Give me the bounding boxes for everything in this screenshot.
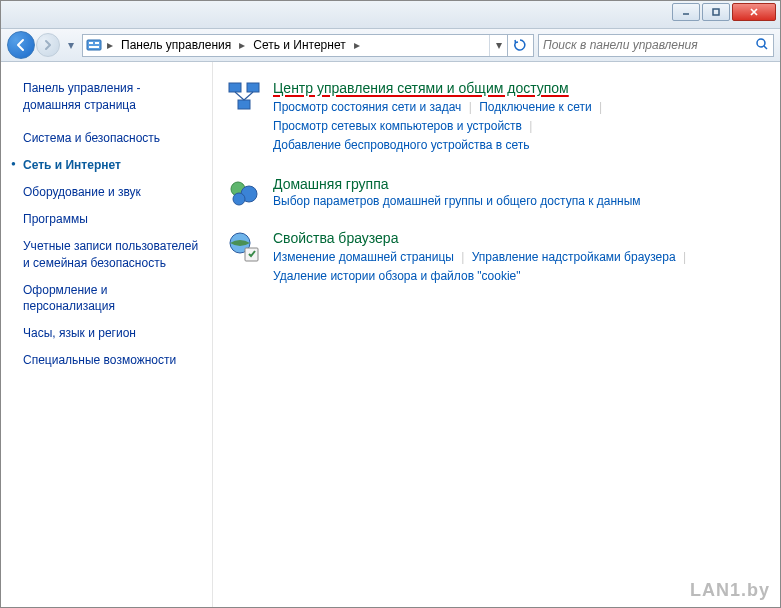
link-browser-properties[interactable]: Свойства браузера xyxy=(273,230,398,246)
svg-rect-4 xyxy=(95,42,99,44)
breadcrumb-control-panel[interactable]: Панель управления xyxy=(117,35,235,56)
svg-point-6 xyxy=(757,39,765,47)
forward-button[interactable] xyxy=(36,33,60,57)
sidebar-item-appearance[interactable]: Оформление и персонализация xyxy=(23,282,202,314)
sidebar-home-link[interactable]: Панель управления - домашняя страница xyxy=(23,80,202,114)
search-icon xyxy=(755,37,769,54)
breadcrumb-arrow[interactable]: ▸ xyxy=(103,35,117,56)
section-network-sharing: Центр управления сетями и общим доступом… xyxy=(227,80,750,156)
link-delete-history-cookies[interactable]: Удаление истории обзора и файлов "cookie… xyxy=(273,269,521,283)
link-homegroup[interactable]: Домашняя группа xyxy=(273,176,389,192)
link-add-wireless-device[interactable]: Добавление беспроводного устройства в се… xyxy=(273,138,530,152)
minimize-button[interactable] xyxy=(672,3,700,21)
svg-rect-1 xyxy=(713,9,719,15)
svg-line-7 xyxy=(764,46,767,49)
browser-properties-icon xyxy=(227,230,261,264)
link-manage-addons[interactable]: Управление надстройками браузера xyxy=(472,250,676,264)
close-button[interactable] xyxy=(732,3,776,21)
breadcrumb-arrow[interactable]: ▸ xyxy=(235,35,249,56)
link-network-sharing-center[interactable]: Центр управления сетями и общим доступом xyxy=(273,80,569,96)
svg-rect-9 xyxy=(247,83,259,92)
link-view-network-status[interactable]: Просмотр состояния сети и задач xyxy=(273,100,461,114)
breadcrumb-network-internet[interactable]: Сеть и Интернет xyxy=(249,35,349,56)
sidebar-item-network-internet[interactable]: Сеть и Интернет xyxy=(23,157,202,173)
content-area: Центр управления сетями и общим доступом… xyxy=(213,62,780,607)
search-input[interactable] xyxy=(543,38,755,52)
section-homegroup: Домашняя группа Выбор параметров домашне… xyxy=(227,176,750,210)
section-browser: Свойства браузера Изменение домашней стр… xyxy=(227,230,750,286)
breadcrumb-arrow[interactable]: ▸ xyxy=(350,35,364,56)
network-sharing-icon xyxy=(227,80,261,114)
sidebar-home-line1: Панель управления - xyxy=(23,81,141,95)
link-change-homepage[interactable]: Изменение домашней страницы xyxy=(273,250,454,264)
sidebar-item-hardware-sound[interactable]: Оборудование и звук xyxy=(23,184,202,200)
navigation-bar: ▾ ▸ Панель управления ▸ Сеть и Интернет … xyxy=(1,29,780,62)
title-bar xyxy=(1,1,780,29)
address-bar[interactable]: ▸ Панель управления ▸ Сеть и Интернет ▸ … xyxy=(82,34,534,57)
address-dropdown[interactable]: ▾ xyxy=(489,35,507,56)
homegroup-icon xyxy=(227,176,261,210)
maximize-button[interactable] xyxy=(702,3,730,21)
watermark: LAN1.by xyxy=(690,580,770,601)
sidebar-item-system-security[interactable]: Система и безопасность xyxy=(23,130,202,146)
search-box[interactable] xyxy=(538,34,774,57)
svg-line-12 xyxy=(244,92,253,100)
sidebar-item-accessibility[interactable]: Специальные возможности xyxy=(23,352,202,368)
refresh-button[interactable] xyxy=(507,35,531,56)
link-homegroup-options[interactable]: Выбор параметров домашней группы и общег… xyxy=(273,194,641,208)
svg-point-15 xyxy=(233,193,245,205)
link-connect-network[interactable]: Подключение к сети xyxy=(479,100,591,114)
control-panel-icon xyxy=(85,36,103,54)
sidebar-item-programs[interactable]: Программы xyxy=(23,211,202,227)
svg-line-11 xyxy=(235,92,244,100)
svg-rect-3 xyxy=(89,42,93,44)
sidebar-item-clock-lang-region[interactable]: Часы, язык и регион xyxy=(23,325,202,341)
svg-rect-2 xyxy=(87,40,101,50)
back-button[interactable] xyxy=(7,31,35,59)
sidebar: Панель управления - домашняя страница Си… xyxy=(1,62,213,607)
recent-pages-dropdown[interactable]: ▾ xyxy=(64,33,78,57)
svg-rect-8 xyxy=(229,83,241,92)
svg-rect-5 xyxy=(89,46,99,48)
svg-rect-10 xyxy=(238,100,250,109)
sidebar-item-user-accounts[interactable]: Учетные записи пользователей и семейная … xyxy=(23,238,202,270)
link-view-network-computers[interactable]: Просмотр сетевых компьютеров и устройств xyxy=(273,119,522,133)
sidebar-home-line2: домашняя страница xyxy=(23,98,136,112)
